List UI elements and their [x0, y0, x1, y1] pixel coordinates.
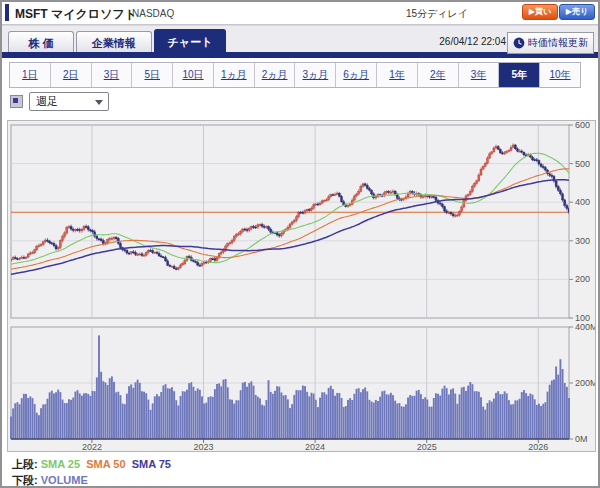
svg-text:2023: 2023 — [193, 442, 213, 452]
legend-upper-label: 上段: — [12, 458, 38, 470]
period-label: 6ヵ月 — [343, 68, 369, 82]
period-button-2年[interactable]: 2年 — [418, 63, 459, 87]
period-label: 3ヵ月 — [302, 68, 328, 82]
period-button-1日[interactable]: 1日 — [10, 63, 51, 87]
sell-button[interactable]: ▶売り — [559, 4, 595, 20]
period-label: 1年 — [389, 68, 405, 82]
svg-text:2022: 2022 — [82, 442, 102, 452]
stock-chart-window: MSFT マイクロソフト NASDAQ 15分ディレイ ▶買い ▶売り 株 価企… — [0, 0, 600, 488]
svg-text:600: 600 — [575, 121, 590, 130]
svg-text:2025: 2025 — [417, 442, 437, 452]
refresh-label: 時価情報更新 — [528, 36, 588, 50]
legend-lower-label: 下段: — [12, 474, 38, 486]
period-button-2日[interactable]: 2日 — [51, 63, 92, 87]
svg-text:2026: 2026 — [528, 442, 548, 452]
chart-canvas: 2022202320242025202660050040030020010040… — [8, 121, 595, 451]
period-label: 10日 — [182, 68, 203, 82]
period-label: 5年 — [511, 68, 527, 82]
period-button-3日[interactable]: 3日 — [92, 63, 133, 87]
buy-button[interactable]: ▶買い — [522, 4, 558, 20]
page-title: MSFT マイクロソフト — [15, 6, 137, 23]
exchange-label: NASDAQ — [132, 8, 174, 19]
svg-text:2024: 2024 — [305, 442, 325, 452]
header: MSFT マイクロソフト NASDAQ 15分ディレイ ▶買い ▶売り — [2, 2, 598, 25]
candle-type-value: 週足 — [36, 95, 58, 107]
legend-sma50: SMA 50 — [86, 458, 125, 470]
legend-sma75: SMA 75 — [132, 458, 171, 470]
tab-chart[interactable]: チャート — [154, 29, 226, 53]
period-label: 2ヵ月 — [262, 68, 288, 82]
price-volume-chart: 2022202320242025202660050040030020010040… — [7, 120, 596, 452]
chart-settings-icon[interactable] — [10, 95, 23, 108]
delay-note: 15分ディレイ — [406, 7, 468, 21]
chart-legend: 上段: SMA 25 SMA 50 SMA 75 下段: VOLUME — [12, 456, 171, 488]
period-label: 5日 — [144, 68, 160, 82]
period-label: 2年 — [430, 68, 446, 82]
period-button-10年[interactable]: 10年 — [540, 63, 580, 87]
period-button-6ヵ月[interactable]: 6ヵ月 — [336, 63, 377, 87]
chevron-down-icon — [95, 100, 103, 105]
period-label: 3年 — [471, 68, 487, 82]
svg-text:0M: 0M — [575, 434, 588, 444]
tab-price[interactable]: 株 価 — [8, 31, 74, 53]
period-selector: 1日2日3日5日10日1ヵ月2ヵ月3ヵ月6ヵ月1年2年3年5年10年 — [9, 62, 581, 88]
period-label: 1ヵ月 — [221, 68, 247, 82]
candle-type-select[interactable]: 週足 — [29, 92, 109, 111]
period-button-1ヵ月[interactable]: 1ヵ月 — [214, 63, 255, 87]
period-label: 10年 — [549, 68, 570, 82]
svg-text:400: 400 — [575, 197, 590, 207]
accent-bar — [5, 4, 9, 21]
svg-text:200M: 200M — [575, 378, 595, 388]
legend-sma25: SMA 25 — [41, 458, 80, 470]
period-button-10日[interactable]: 10日 — [173, 63, 214, 87]
period-label: 1日 — [22, 68, 38, 82]
clock-icon — [513, 37, 525, 49]
period-button-5日[interactable]: 5日 — [132, 63, 173, 87]
period-button-3ヵ月[interactable]: 3ヵ月 — [295, 63, 336, 87]
period-button-3年[interactable]: 3年 — [459, 63, 500, 87]
ticker-symbol: MSFT — [15, 7, 48, 21]
svg-text:200: 200 — [575, 274, 590, 284]
period-button-2ヵ月[interactable]: 2ヵ月 — [255, 63, 296, 87]
period-button-5年[interactable]: 5年 — [499, 63, 540, 87]
period-label: 3日 — [104, 68, 120, 82]
refresh-quote-button[interactable]: 時価情報更新 — [507, 32, 594, 54]
tab-company-info[interactable]: 企業情報 — [76, 31, 152, 53]
svg-text:400M: 400M — [575, 322, 595, 332]
legend-volume: VOLUME — [41, 474, 88, 486]
period-label: 2日 — [63, 68, 79, 82]
period-button-1年[interactable]: 1年 — [377, 63, 418, 87]
svg-text:300: 300 — [575, 236, 590, 246]
svg-text:500: 500 — [575, 159, 590, 169]
company-name: マイクロソフト — [51, 7, 137, 21]
quote-timestamp: 26/04/12 22:04 — [439, 36, 506, 47]
